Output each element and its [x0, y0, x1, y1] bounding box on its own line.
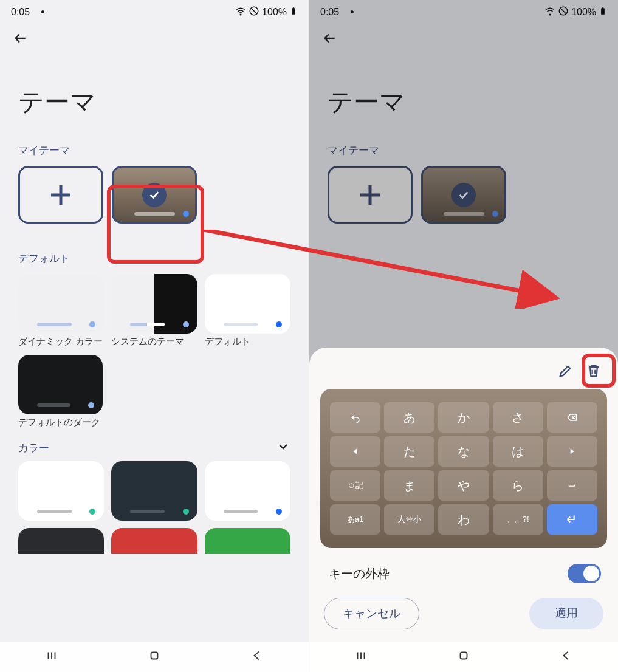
color-white2[interactable]: [205, 461, 290, 521]
recent-apps-button[interactable]: [45, 649, 58, 665]
key-emoji[interactable]: ☺記: [330, 470, 380, 501]
status-bar: 0:05 • 100%: [0, 0, 309, 24]
wifi-icon: [235, 5, 246, 19]
recent-apps-button[interactable]: [354, 649, 368, 665]
svg-rect-19: [460, 653, 467, 659]
color-white[interactable]: [18, 461, 104, 521]
key-ra[interactable]: ら: [493, 470, 543, 501]
back-button[interactable]: [12, 38, 28, 48]
svg-rect-8: [293, 7, 294, 9]
color-charcoal[interactable]: [111, 461, 197, 521]
key-undo[interactable]: [330, 402, 380, 433]
check-icon: [142, 183, 167, 207]
android-navbar: [0, 642, 309, 672]
more-dot: •: [41, 7, 44, 18]
svg-rect-7: [292, 8, 295, 14]
theme-edit-sheet: あ か さ た な は ☺記 ま や ら あa1 大⇔小: [309, 348, 618, 672]
key-right[interactable]: [547, 436, 597, 467]
theme-dynamic[interactable]: ダイナミック カラー: [18, 274, 104, 348]
trash-icon[interactable]: [585, 362, 602, 382]
right-screenshot: 0:05 • 100% テーマ マイテーマ: [309, 0, 618, 672]
key-punct[interactable]: 、。?!: [493, 504, 543, 535]
dnd-icon: [558, 5, 569, 19]
svg-rect-18: [602, 7, 603, 9]
svg-rect-17: [601, 8, 605, 14]
left-screenshot: 0:05 • 100% テーマ マイテーマ: [0, 0, 309, 672]
android-navbar: [309, 642, 618, 672]
color-green[interactable]: [205, 528, 290, 554]
key-ya[interactable]: や: [438, 470, 489, 501]
back-button[interactable]: [321, 38, 337, 48]
my-themes-label: マイテーマ: [0, 137, 309, 166]
key-ka[interactable]: か: [438, 402, 489, 433]
key-backspace[interactable]: [547, 402, 597, 433]
battery-text: 100%: [571, 7, 596, 18]
edit-icon[interactable]: [557, 362, 574, 382]
key-border-toggle[interactable]: [568, 564, 601, 583]
home-button[interactable]: [457, 649, 470, 665]
wifi-icon: [544, 5, 555, 19]
theme-default[interactable]: デフォルト: [205, 274, 290, 348]
more-dot: •: [350, 7, 354, 18]
key-size[interactable]: 大⇔小: [384, 504, 434, 535]
key-a[interactable]: あ: [384, 402, 434, 433]
add-theme-button[interactable]: [18, 166, 103, 224]
key-na[interactable]: な: [438, 436, 489, 467]
page-title: テーマ: [309, 49, 618, 137]
page-title: テーマ: [0, 49, 309, 137]
dnd-icon: [249, 5, 259, 19]
apply-button[interactable]: 適用: [529, 598, 603, 629]
status-time: 0:05: [11, 7, 30, 18]
home-button[interactable]: [148, 649, 161, 665]
key-sa[interactable]: さ: [493, 402, 543, 433]
my-theme-selected[interactable]: [112, 166, 197, 224]
key-ma[interactable]: ま: [384, 470, 434, 501]
chevron-down-icon[interactable]: [276, 439, 290, 456]
svg-point-15: [549, 14, 551, 15]
my-themes-label: マイテーマ: [309, 137, 618, 166]
back-nav-button[interactable]: [250, 649, 264, 665]
my-theme-selected[interactable]: [421, 166, 506, 224]
battery-icon: [599, 5, 607, 19]
key-ha[interactable]: は: [493, 436, 543, 467]
svg-rect-9: [151, 653, 157, 659]
add-theme-button[interactable]: [328, 166, 413, 224]
key-left[interactable]: [330, 436, 380, 467]
svg-point-5: [240, 14, 241, 15]
key-enter[interactable]: [547, 504, 597, 535]
battery-icon: [289, 5, 298, 19]
back-nav-button[interactable]: [560, 649, 573, 665]
color-label: カラー: [18, 441, 49, 455]
default-label: デフォルト: [0, 224, 309, 274]
key-ta[interactable]: た: [384, 436, 434, 467]
check-icon: [451, 183, 476, 207]
status-bar: 0:05 • 100%: [309, 0, 618, 24]
color-red[interactable]: [111, 528, 197, 554]
key-border-label: キーの外枠: [329, 566, 390, 582]
status-time: 0:05: [320, 7, 339, 18]
battery-text: 100%: [262, 7, 287, 18]
key-wa[interactable]: わ: [438, 504, 489, 535]
theme-system[interactable]: システムのテーマ: [111, 274, 197, 348]
key-mode[interactable]: あa1: [330, 504, 380, 535]
theme-default-dark[interactable]: デフォルトのダーク: [18, 355, 103, 428]
key-space[interactable]: [547, 470, 597, 501]
cancel-button[interactable]: キャンセル: [324, 598, 419, 629]
color-dark[interactable]: [18, 528, 104, 554]
keyboard-preview: あ か さ た な は ☺記 ま や ら あa1 大⇔小: [320, 389, 607, 548]
